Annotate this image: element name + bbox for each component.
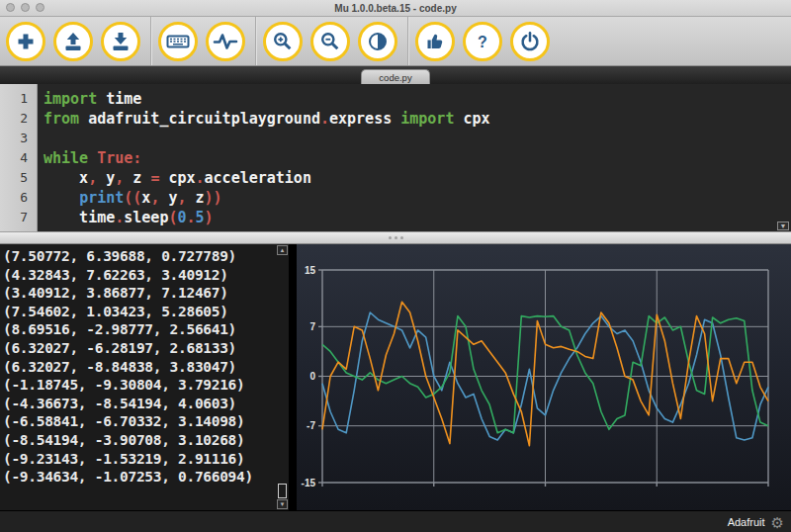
check-button[interactable] <box>415 22 455 61</box>
repl-button[interactable] <box>158 22 198 61</box>
console-line: (-6.58841, -6.70332, 3.14098) <box>3 412 289 431</box>
line-number: 2 <box>0 109 37 129</box>
thumbs-up-icon <box>423 30 447 53</box>
help-button[interactable]: ? <box>463 22 502 61</box>
zoom-button[interactable] <box>36 3 44 12</box>
question-icon: ? <box>471 30 494 53</box>
toolbar: ? <box>0 17 791 66</box>
code-line: time.sleep(0.5) <box>44 208 791 227</box>
code-line: import time <box>44 89 791 109</box>
line-number: 4 <box>0 148 37 168</box>
statusbar: Adafruit ⚙ <box>0 510 791 532</box>
pane-divider[interactable] <box>289 244 297 510</box>
console-line: (7.54602, 1.03423, 5.28605) <box>3 303 289 321</box>
splitter-grip <box>389 236 392 239</box>
plotter-chart: 1570-7-15 <box>297 244 791 510</box>
tab-code-py[interactable]: code.py <box>361 69 430 84</box>
line-number: 5 <box>0 168 37 188</box>
console-scrollbar-thumb[interactable] <box>278 484 287 498</box>
editor-scroll-down-button[interactable]: ▼ <box>777 222 789 230</box>
gear-icon[interactable]: ⚙ <box>771 515 784 530</box>
code-line: print((x, y, z)) <box>44 188 791 208</box>
plotter-button[interactable] <box>206 22 245 61</box>
line-number: 1 <box>0 89 37 109</box>
window-title: Mu 1.0.0.beta.15 - code.py <box>334 3 456 14</box>
save-button[interactable] <box>101 22 140 61</box>
code-editor[interactable]: 1234567 import timefrom adafruit_circuit… <box>0 84 791 231</box>
console-scroll-down-button[interactable]: ▼ <box>277 499 288 509</box>
code-line <box>44 129 791 148</box>
y-tick-label: -15 <box>302 478 316 488</box>
minimize-button[interactable] <box>21 3 30 12</box>
traffic-lights <box>6 3 44 12</box>
line-number-gutter: 1234567 <box>0 84 38 231</box>
toolbar-separator <box>407 17 409 65</box>
console-line: (-4.36673, -8.54194, 4.0603) <box>3 395 289 413</box>
zoom-out-button[interactable] <box>310 22 350 61</box>
console-scroll-up-button[interactable]: ▲ <box>277 245 288 255</box>
code-line: x, y, z = cpx.acceleration <box>44 168 791 188</box>
horizontal-splitter[interactable] <box>0 231 791 244</box>
theme-button[interactable] <box>358 22 397 61</box>
console-line: (6.32027, -8.84838, 3.83047) <box>3 358 289 377</box>
splitter-grip <box>400 236 403 239</box>
upload-icon <box>61 30 85 53</box>
line-number: 7 <box>0 208 37 227</box>
new-button[interactable] <box>6 22 45 61</box>
code-area[interactable]: import timefrom adafruit_circuitplaygrou… <box>38 84 791 231</box>
tab-label: code.py <box>379 72 411 83</box>
y-tick-label: -7 <box>307 420 315 431</box>
line-number: 6 <box>0 188 37 208</box>
toolbar-separator <box>150 17 152 65</box>
console-line: (-9.23143, -1.53219, 2.91116) <box>3 450 289 469</box>
zoom-out-icon <box>318 30 342 53</box>
console-line: (8.69516, -2.98777, 2.56641) <box>3 320 289 339</box>
download-icon <box>109 30 132 53</box>
bottom-panes: (7.50772, 6.39688, 0.727789)(4.32843, 7.… <box>0 244 791 510</box>
code-line: while True: <box>44 148 791 168</box>
splitter-grip <box>395 236 397 239</box>
tabbar: code.py <box>0 66 791 84</box>
svg-text:?: ? <box>478 33 487 49</box>
console-lines: (7.50772, 6.39688, 0.727789)(4.32843, 7.… <box>3 247 289 487</box>
pulse-icon <box>213 30 238 53</box>
line-number: 3 <box>0 129 37 148</box>
console-line: (-1.18745, -9.30804, 3.79216) <box>3 376 289 395</box>
plus-icon <box>14 30 38 53</box>
code-line: from adafruit_circuitplayground.express … <box>44 109 791 129</box>
y-tick-label: 0 <box>309 371 315 382</box>
contrast-icon <box>366 30 390 53</box>
console-line: (4.32843, 7.62263, 3.40912) <box>3 266 289 285</box>
y-tick-label: 7 <box>309 321 315 332</box>
console-line: (-8.54194, -3.90708, 3.10268) <box>3 431 289 450</box>
console-line: (7.50772, 6.39688, 0.727789) <box>3 247 289 266</box>
keyboard-icon <box>165 30 191 53</box>
plotter-pane: 1570-7-15 <box>297 244 791 510</box>
console-line: (-9.34634, -1.07253, 0.766094) <box>3 468 289 487</box>
quit-button[interactable] <box>510 22 550 61</box>
console-line: (6.32027, -6.28197, 2.68133) <box>3 339 289 358</box>
zoom-in-button[interactable] <box>263 22 303 61</box>
titlebar[interactable]: Mu 1.0.0.beta.15 - code.py <box>0 0 791 17</box>
power-icon <box>518 30 542 53</box>
console-line: (3.40912, 3.86877, 7.12467) <box>3 284 289 303</box>
mode-label: Adafruit <box>728 516 765 528</box>
y-tick-label: 15 <box>305 265 316 276</box>
serial-console[interactable]: (7.50772, 6.39688, 0.727789)(4.32843, 7.… <box>0 244 289 510</box>
zoom-in-icon <box>271 30 295 53</box>
close-button[interactable] <box>6 3 15 12</box>
mu-editor-window: Mu 1.0.0.beta.15 - code.py ? code.py 123… <box>0 0 791 532</box>
toolbar-separator <box>255 17 257 65</box>
load-button[interactable] <box>53 22 93 61</box>
